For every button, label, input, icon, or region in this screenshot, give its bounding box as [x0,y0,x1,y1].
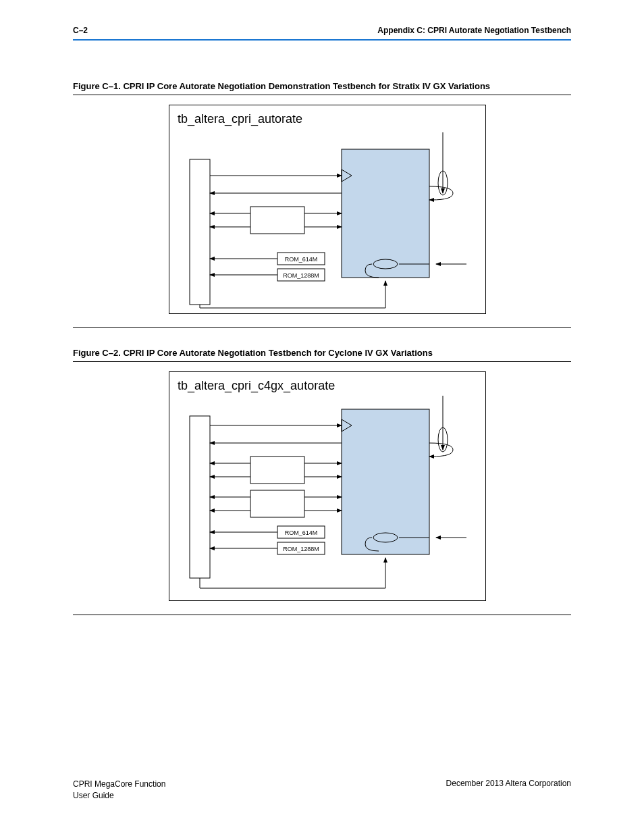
svg-rect-0 [342,149,429,278]
page-number: C–2 [73,26,88,35]
figure-2-bottom-rule [73,615,571,615]
footer-right: December 2013 Altera Corporation [446,779,571,802]
rom-1288m-label: ROM_1288M [283,272,319,279]
page-header: C–2 Appendix C: CPRI Autorate Negotiatio… [73,26,571,35]
rom-614m-label: ROM_614M [285,256,318,263]
header-rule [73,39,571,41]
doc-type: User Guide [73,790,165,802]
appendix-title: Appendix C: CPRI Autorate Negotiation Te… [377,26,571,35]
figure-1-bottom-rule [73,327,571,328]
figure-2-diagram: tb_altera_cpri_c4gx_autorate ROM_614M RO… [169,371,486,601]
page-footer: CPRI MegaCore Function User Guide Decemb… [73,779,571,802]
figure-1-diagram: tb_altera_cpri_autorate ROM_614M ROM_128… [169,105,486,314]
figure-2-top-rule [73,361,571,362]
figure-1-title: Figure C–1. CPRI IP Core Autorate Negoti… [73,81,490,91]
svg-rect-23 [250,457,304,484]
svg-rect-24 [250,490,304,517]
rom-614m-label-2: ROM_614M [285,529,318,536]
figure-1-top-rule [73,95,571,95]
product-name: CPRI MegaCore Function [73,779,165,790]
figure-1-svg: ROM_614M ROM_1288M [169,105,485,313]
figure-2-svg: ROM_614M ROM_1288M [169,372,485,600]
svg-rect-2 [250,207,304,234]
rom-1288m-label-2: ROM_1288M [283,546,319,552]
svg-rect-1 [190,159,210,305]
figure-2-title: Figure C–2. CPRI IP Core Autorate Negoti… [73,348,433,358]
svg-rect-22 [190,416,210,578]
footer-left: CPRI MegaCore Function User Guide [73,779,165,802]
